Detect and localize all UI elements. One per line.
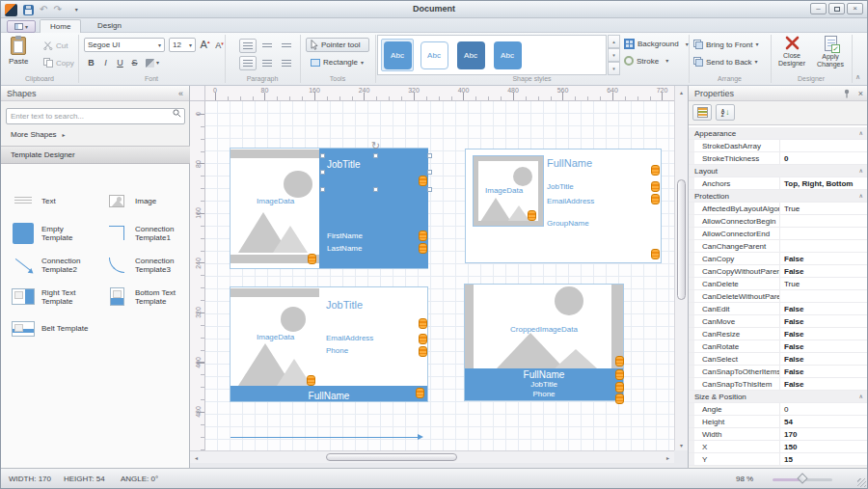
property-row[interactable]: CanRotateFalse <box>689 340 868 353</box>
property-row[interactable]: CanSnapToOtherItemsFalse <box>689 366 868 378</box>
close-panel-icon[interactable]: × <box>858 89 863 98</box>
data-binding-icon[interactable] <box>419 346 427 357</box>
pointer-tool-button[interactable]: Pointer tool <box>306 38 369 52</box>
property-value[interactable]: False <box>779 315 868 327</box>
data-binding-icon[interactable] <box>416 388 424 398</box>
shape-item-conn2[interactable]: Connection Template2 <box>1 249 95 281</box>
property-category[interactable]: Size & Position∧ <box>689 391 868 403</box>
property-row[interactable]: Width170 <box>689 428 868 441</box>
data-binding-icon[interactable] <box>651 165 660 176</box>
tab-design[interactable]: Design <box>88 18 131 33</box>
strikethrough-button[interactable]: S <box>127 56 142 69</box>
resize-handle[interactable] <box>373 153 378 158</box>
property-value[interactable]: 15 <box>779 453 868 465</box>
shape-style-swatch-1[interactable]: Abc <box>381 39 414 71</box>
email-field[interactable]: EmailAddress <box>547 197 594 205</box>
property-value[interactable]: False <box>779 265 868 277</box>
property-value[interactable] <box>779 228 868 239</box>
font-size-combo[interactable]: 12 ▾ <box>169 38 196 52</box>
data-binding-icon[interactable] <box>419 318 427 329</box>
property-row[interactable]: X150 <box>689 441 868 453</box>
categorize-button[interactable] <box>692 104 712 121</box>
zoom-slider-thumb[interactable] <box>797 473 807 483</box>
category-collapse-icon[interactable]: ∧ <box>843 127 868 139</box>
property-row[interactable]: StrokeDashArray <box>689 140 868 152</box>
data-binding-icon[interactable] <box>651 181 660 192</box>
property-value[interactable]: True <box>779 203 868 214</box>
property-value[interactable]: 54 <box>779 416 868 427</box>
cut-button[interactable]: Cut <box>43 41 68 50</box>
property-row[interactable]: CanCopyWithoutParentFalse <box>689 265 868 278</box>
resize-handle[interactable] <box>427 153 432 158</box>
send-to-back-button[interactable]: Send to Back ▾ <box>693 57 758 67</box>
data-binding-icon[interactable] <box>615 382 624 393</box>
collapse-ribbon-icon[interactable]: ∧ <box>855 73 860 81</box>
collapse-panel-icon[interactable]: « <box>178 89 183 98</box>
property-value[interactable] <box>779 240 868 252</box>
property-value[interactable]: False <box>779 378 868 390</box>
close-button[interactable]: × <box>847 3 863 14</box>
property-row[interactable]: CanChangeParent <box>689 240 868 253</box>
property-row[interactable]: CanDeleteWithoutParent <box>689 290 868 303</box>
property-value[interactable] <box>779 140 868 151</box>
template-card-top-left[interactable]: ImageData JobTitle FirstName LastName ↻ <box>230 148 428 269</box>
data-binding-icon[interactable] <box>419 334 427 344</box>
property-row[interactable]: AffectedByLayoutAlgorithmsTrue <box>689 203 868 215</box>
category-collapse-icon[interactable]: ∧ <box>843 190 868 202</box>
shape-item-conn3[interactable]: Connection Template3 <box>95 249 188 281</box>
property-row[interactable]: Angle0 <box>689 403 868 416</box>
sort-az-button[interactable]: AZ↓ <box>716 104 735 121</box>
property-row[interactable]: CanSnapToThisItemFalse <box>689 378 868 391</box>
property-value[interactable]: False <box>779 340 868 352</box>
category-collapse-icon[interactable]: ∧ <box>843 165 868 177</box>
shape-item-text[interactable]: Text <box>1 185 95 217</box>
data-binding-icon[interactable] <box>419 243 427 254</box>
align-middle-button[interactable] <box>258 39 276 53</box>
italic-button[interactable]: I <box>98 56 113 69</box>
property-value[interactable]: False <box>779 366 868 377</box>
property-value[interactable]: False <box>779 328 868 340</box>
property-row[interactable]: CanResizeFalse <box>689 328 868 340</box>
resize-handle[interactable] <box>427 187 432 192</box>
property-row[interactable]: CanSelectFalse <box>689 353 868 366</box>
category-collapse-icon[interactable]: ∧ <box>843 391 868 402</box>
image-data-label[interactable]: ImageData <box>257 197 294 205</box>
property-value[interactable]: 170 <box>779 428 868 440</box>
template-card-bottom-left[interactable]: ImageData JobTitle EmailAddress Phone Fu… <box>230 286 428 402</box>
property-row[interactable]: AllowConnectorBegin <box>689 215 868 228</box>
image-data-label[interactable]: ImageData <box>485 186 523 195</box>
image-data-label[interactable]: ImageData <box>257 333 294 341</box>
more-shapes-button[interactable]: More Shapes ▸ <box>11 130 66 139</box>
property-value[interactable]: True <box>779 278 868 289</box>
rectangle-tool-button[interactable]: Rectangle ▾ <box>306 55 369 69</box>
card-bottom-band[interactable]: FullName <box>231 386 427 401</box>
section-template-designer[interactable]: Template Designer <box>1 146 190 164</box>
font-color-button[interactable]: ▾ <box>142 56 163 69</box>
scroll-left-arrow[interactable]: ◂ <box>190 451 203 463</box>
horizontal-scroll-thumb[interactable] <box>326 453 457 461</box>
property-category[interactable]: Protection∧ <box>689 190 868 203</box>
scroll-up-arrow[interactable]: ▴ <box>675 86 688 97</box>
phone-field[interactable]: Phone <box>465 389 623 399</box>
bring-to-front-button[interactable]: Bring to Front ▾ <box>693 40 758 49</box>
property-row[interactable]: CanEditFalse <box>689 303 868 315</box>
maximize-button[interactable] <box>828 3 845 14</box>
data-binding-icon[interactable] <box>651 194 660 204</box>
full-name-field[interactable]: FullName <box>547 157 592 169</box>
data-binding-icon[interactable] <box>615 356 624 367</box>
align-top-button[interactable] <box>239 39 257 53</box>
property-value[interactable]: 0 <box>779 152 868 164</box>
first-name-field[interactable]: FirstName <box>327 231 363 240</box>
data-binding-icon[interactable] <box>307 375 315 386</box>
gallery-more-button[interactable]: ▾ <box>608 62 620 75</box>
shape-item-empty[interactable]: Empty Template <box>1 217 95 249</box>
card-bottom-band[interactable]: FullName JobTitle Phone <box>465 368 623 400</box>
horizontal-scrollbar[interactable]: ◂ ▸ <box>190 450 674 463</box>
gallery-scroll-down[interactable]: ▾ <box>608 48 620 62</box>
font-family-combo[interactable]: Segoe UI ▾ <box>84 38 165 52</box>
rotation-handle[interactable]: ↻ <box>371 140 380 152</box>
property-row[interactable]: CanCopyFalse <box>689 253 868 265</box>
job-title-field[interactable]: JobTitle <box>326 299 363 311</box>
application-menu-button[interactable]: ▾ <box>7 20 36 33</box>
canvas-grid[interactable]: ImageData JobTitle FirstName LastName ↻ <box>205 101 674 450</box>
